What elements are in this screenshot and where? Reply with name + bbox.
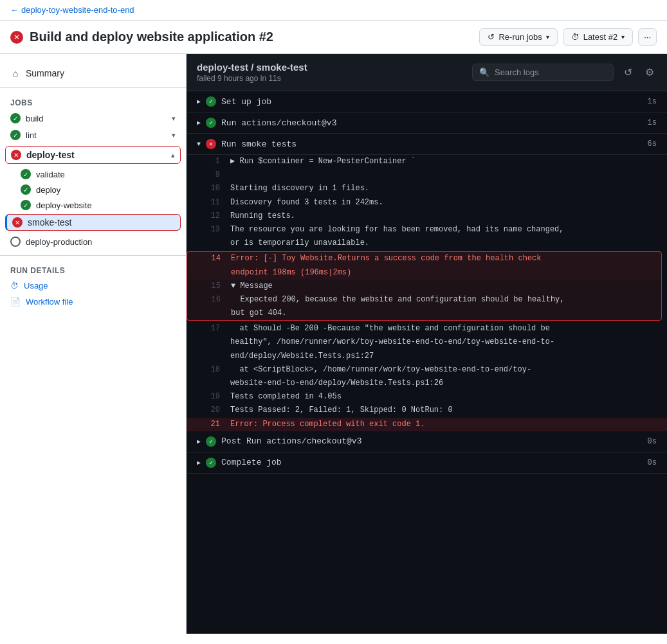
step-post-checkout-toggle-icon — [197, 437, 201, 446]
rerun-caret-icon: ▾ — [546, 33, 549, 40]
log-job-path: deploy-test / smoke-test — [197, 62, 307, 73]
step-setup-job-header[interactable]: ✓ Set up job 1s — [187, 91, 667, 112]
smoke-log-lines: 1 ▶ Run $container = New-PesterContainer… — [187, 155, 667, 431]
step-smoke-name: Run smoke tests — [221, 139, 643, 149]
step-complete-name: Complete job — [221, 458, 643, 467]
page-title: Build and deploy website application #2 — [30, 30, 273, 44]
back-link[interactable]: ← deploy-toy-website-end-to-end — [10, 5, 134, 15]
log-line-20[interactable]: 20 Tests Passed: 2, Failed: 1, Skipped: … — [187, 404, 667, 417]
step-complete-success-icon: ✓ — [206, 458, 216, 468]
log-line-19[interactable]: 19 Tests completed in 4.05s — [187, 390, 667, 404]
search-box[interactable]: 🔍 — [472, 64, 614, 81]
refresh-icon-button[interactable]: ↺ — [621, 64, 635, 81]
rerun-jobs-button[interactable]: ↺ Re-run jobs ▾ — [479, 28, 557, 46]
sub-job-smoke-test[interactable]: ✕ smoke-test — [5, 214, 181, 231]
log-header: deploy-test / smoke-test failed 9 hours … — [187, 54, 667, 91]
search-icon: 🔍 — [479, 67, 489, 77]
log-line-15[interactable]: 15 ▼ Message — [187, 280, 661, 293]
log-content: ✓ Set up job 1s ✓ Run actions/checkout@v… — [187, 91, 667, 474]
sidebar-item-summary[interactable]: Summary — [0, 64, 186, 82]
step-setup-success-icon: ✓ — [206, 96, 216, 107]
log-panel: deploy-test / smoke-test failed 9 hours … — [187, 54, 667, 634]
lint-success-icon: ✓ — [10, 130, 21, 140]
step-smoke-time: 6s — [648, 139, 657, 148]
log-line-1[interactable]: 1 ▶ Run $container = New-PesterContainer… — [187, 155, 667, 168]
step-complete-job-header[interactable]: ✓ Complete job 0s — [187, 452, 667, 474]
log-line-12[interactable]: 12 Running tests. — [187, 210, 667, 223]
deploy-production-pending-icon — [10, 237, 21, 247]
log-line-18a[interactable]: 18 at <ScriptBlock>, /home/runner/work/t… — [187, 363, 667, 377]
step-smoke-toggle-icon — [197, 139, 201, 148]
log-line-16a[interactable]: 16 Expected 200, because the website and… — [187, 293, 661, 307]
more-options-button[interactable]: ··· — [638, 28, 657, 46]
sidebar: Summary Jobs ✓ build ▾ ✓ lint ▾ ✕ deploy… — [0, 54, 187, 634]
log-line-9[interactable]: 9 — [187, 168, 667, 182]
log-line-11[interactable]: 11 Discovery found 3 tests in 242ms. — [187, 196, 667, 210]
arrow-left-icon: ← — [10, 5, 19, 15]
workflow-file-icon: 📄 — [10, 297, 21, 307]
clock-icon: ⏱ — [10, 281, 19, 291]
log-line-14b[interactable]: endpoint 198ms (196ms|2ms) — [187, 266, 661, 280]
log-line-21[interactable]: 21 Error: Process completed with exit co… — [187, 418, 667, 431]
step-post-checkout-success-icon: ✓ — [206, 436, 216, 447]
step-complete-toggle-icon — [197, 458, 201, 467]
step-checkout-success-icon: ✓ — [206, 118, 216, 128]
job-build[interactable]: ✓ build ▾ — [0, 110, 186, 127]
deploy-success-icon: ✓ — [21, 184, 31, 195]
step-checkout-header[interactable]: ✓ Run actions/checkout@v3 1s — [187, 112, 667, 134]
usage-link[interactable]: ⏱ Usage — [0, 278, 186, 294]
step-checkout-name: Run actions/checkout@v3 — [221, 118, 643, 128]
log-line-18b[interactable]: website-end-to-end/deploy/Website.Tests.… — [187, 377, 667, 390]
error-highlight-box: 14 Error: [-] Toy Website.Returns a succ… — [187, 251, 662, 321]
search-input[interactable] — [495, 67, 607, 77]
deploy-test-caret-icon: ▴ — [171, 151, 175, 159]
log-line-17c[interactable]: end/deploy/Website.Tests.ps1:27 — [187, 350, 667, 363]
build-caret-icon: ▾ — [172, 114, 176, 123]
step-checkout-toggle-icon — [197, 118, 201, 127]
build-status-icon: ✕ — [10, 31, 23, 44]
sub-job-deploy-website[interactable]: ✓ deploy-website — [0, 197, 186, 213]
step-setup-time: 1s — [648, 97, 657, 106]
jobs-section-label: Jobs — [0, 93, 186, 110]
job-deploy-production[interactable]: deploy-production — [0, 233, 186, 250]
step-checkout-time: 1s — [648, 118, 657, 127]
home-icon — [10, 68, 21, 78]
job-lint[interactable]: ✓ lint ▾ — [0, 127, 186, 143]
rerun-icon: ↺ — [488, 32, 495, 42]
log-line-13a[interactable]: 13 The resource you are looking for has … — [187, 223, 667, 237]
step-setup-job: ✓ Set up job 1s — [187, 91, 667, 112]
deploy-website-success-icon: ✓ — [21, 200, 31, 210]
step-smoke-tests-header[interactable]: ✕ Run smoke tests 6s — [187, 134, 667, 155]
step-post-checkout-time: 0s — [648, 437, 657, 446]
log-line-17b[interactable]: healthy", /home/runner/work/toy-website-… — [187, 335, 667, 349]
history-icon: ⏱ — [571, 32, 580, 42]
lint-caret-icon: ▾ — [172, 131, 176, 139]
settings-icon-button[interactable]: ⚙ — [643, 64, 657, 81]
smoke-test-error-icon: ✕ — [12, 217, 23, 228]
log-line-10[interactable]: 10 Starting discovery in 1 files. — [187, 182, 667, 195]
deploy-test-error-icon: ✕ — [11, 150, 21, 160]
step-smoke-error-icon: ✕ — [206, 139, 216, 149]
build-success-icon: ✓ — [10, 113, 21, 123]
log-line-14a[interactable]: 14 Error: [-] Toy Website.Returns a succ… — [187, 252, 661, 265]
step-post-checkout-header[interactable]: ✓ Post Run actions/checkout@v3 0s — [187, 431, 667, 452]
job-deploy-test[interactable]: ✕ deploy-test ▴ — [5, 146, 181, 164]
log-line-17a[interactable]: 17 at Should -Be 200 -Because "the websi… — [187, 322, 667, 335]
step-setup-name: Set up job — [221, 97, 643, 107]
step-complete-job: ✓ Complete job 0s — [187, 452, 667, 474]
step-post-checkout-name: Post Run actions/checkout@v3 — [221, 436, 643, 446]
step-checkout: ✓ Run actions/checkout@v3 1s — [187, 112, 667, 134]
sub-job-deploy[interactable]: ✓ deploy — [0, 182, 186, 197]
step-smoke-tests: ✕ Run smoke tests 6s 1 ▶ Run $container … — [187, 134, 667, 431]
sub-job-validate[interactable]: ✓ validate — [0, 166, 186, 182]
latest-caret-icon: ▾ — [621, 33, 625, 40]
step-setup-toggle-icon — [197, 97, 201, 106]
log-line-16b[interactable]: but got 404. — [187, 307, 661, 320]
latest-button[interactable]: ⏱ Latest #2 ▾ — [563, 28, 634, 46]
log-line-13b[interactable]: or is temporarily unavailable. — [187, 237, 667, 250]
step-complete-time: 0s — [648, 458, 657, 467]
run-details-label: Run details — [0, 261, 186, 278]
validate-success-icon: ✓ — [21, 169, 31, 179]
step-post-checkout: ✓ Post Run actions/checkout@v3 0s — [187, 431, 667, 452]
workflow-file-link[interactable]: 📄 Workflow file — [0, 294, 186, 310]
